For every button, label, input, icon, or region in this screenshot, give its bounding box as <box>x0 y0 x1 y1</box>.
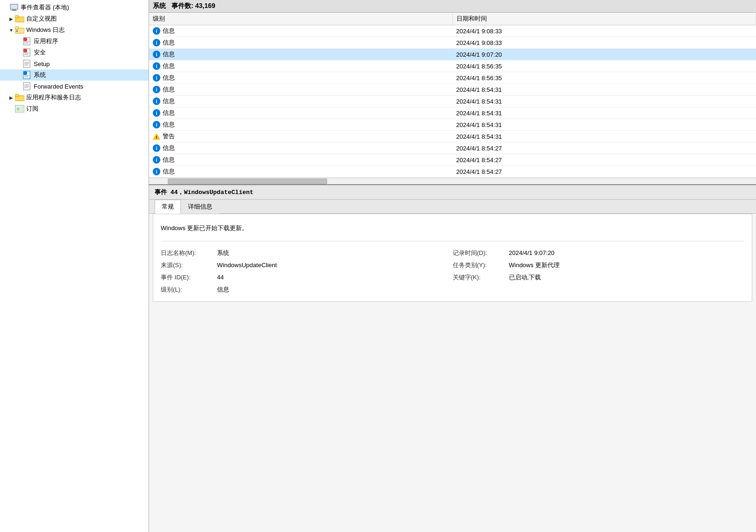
detail-field-row: 事件 ID(E):44 <box>161 271 453 284</box>
table-row[interactable]: i信息2024/4/1 8:56:35 <box>149 60 756 72</box>
tab-general[interactable]: 常规 <box>155 200 181 214</box>
detail-field-label: 日志名称(M): <box>161 249 217 257</box>
event-level-cell: i信息 <box>149 154 452 166</box>
sidebar-item-custom-view[interactable]: ▶ 自定义视图 <box>0 13 149 24</box>
sidebar-item-windows-log[interactable]: ▼ ≡ Windows 日志 <box>0 24 149 36</box>
event-datetime-cell: 2024/4/1 8:54:27 <box>452 142 756 154</box>
event-datetime-cell: 2024/4/1 8:54:31 <box>452 96 756 107</box>
table-row[interactable]: i信息2024/4/1 8:56:35 <box>149 72 756 84</box>
panel-header: 系统 事件数: 43,169 <box>149 0 756 13</box>
detail-field-label: 记录时间(D): <box>453 249 509 257</box>
table-row[interactable]: i信息2024/4/1 9:08:33 <box>149 25 756 37</box>
info-icon: i <box>153 62 160 70</box>
event-datetime-cell: 2024/4/1 8:54:27 <box>452 154 756 166</box>
arrow-right-2: ▶ <box>7 95 15 100</box>
event-datetime-cell: 2024/4/1 8:54:31 <box>452 107 756 119</box>
event-level-text: 警告 <box>163 132 175 141</box>
event-datetime-cell: 2024/4/1 8:54:31 <box>452 84 756 96</box>
table-row[interactable]: i信息2024/4/1 8:54:27 <box>149 166 756 178</box>
event-level-text: 信息 <box>163 144 175 152</box>
table-row[interactable]: i信息2024/4/1 8:54:31 <box>149 84 756 96</box>
info-icon: i <box>153 168 160 175</box>
event-level-cell: i信息 <box>149 107 452 119</box>
col-level-header[interactable]: 级别 <box>149 13 452 25</box>
svg-rect-2 <box>11 10 17 11</box>
info-icon: i <box>153 27 160 35</box>
event-level-cell: i信息 <box>149 142 452 154</box>
detail-field-value: 已启动,下载 <box>509 273 541 282</box>
event-level-cell: i信息 <box>149 84 452 96</box>
event-level-text: 信息 <box>163 62 175 70</box>
detail-fields: 日志名称(M):系统来源(S):WindowsUpdateClient事件 ID… <box>161 247 744 296</box>
table-row[interactable]: i信息2024/4/1 8:54:31 <box>149 107 756 119</box>
event-list-scroll[interactable]: 级别 日期和时间 i信息2024/4/1 9:08:33i信息2024/4/1 … <box>149 13 756 178</box>
sidebar-item-security-log[interactable]: 安全 <box>0 47 149 58</box>
svg-rect-30 <box>15 105 24 112</box>
info-icon: i <box>153 86 160 93</box>
detail-field-row: 关键字(K):已启动,下载 <box>453 271 745 284</box>
sidebar-setup-log-label: Setup <box>34 60 50 67</box>
sidebar-item-forwarded-events[interactable]: Forwarded Events <box>0 81 149 92</box>
event-level-cell: i信息 <box>149 25 452 37</box>
detail-tabs: 常规 详细信息 <box>149 200 756 214</box>
system-log-icon <box>22 71 32 79</box>
sidebar: 事件查看器 (本地) ▶ 自定义视图 ▼ ≡ Windows 日志 <box>0 0 149 532</box>
tab-detail[interactable]: 详细信息 <box>181 200 219 214</box>
detail-field-value: WindowsUpdateClient <box>217 262 277 269</box>
table-row[interactable]: i信息2024/4/1 8:54:31 <box>149 119 756 131</box>
detail-field-row: 级别(L):信息 <box>161 284 453 296</box>
event-level-cell: i信息 <box>149 119 452 131</box>
event-datetime-cell: 2024/4/1 8:54:31 <box>452 131 756 142</box>
event-datetime-cell: 2024/4/1 9:08:33 <box>452 25 756 37</box>
detail-field-value: 系统 <box>217 249 229 257</box>
sidebar-item-subscribe[interactable]: ≡ 订阅 <box>0 103 149 114</box>
event-level-text: 信息 <box>163 50 175 59</box>
svg-rect-1 <box>12 9 16 10</box>
sidebar-subscribe-label: 订阅 <box>26 105 38 113</box>
event-level-text: 信息 <box>163 156 175 164</box>
arrow-down-icon: ▼ <box>7 28 15 33</box>
event-level-text: 信息 <box>163 109 175 117</box>
event-level-cell: i信息 <box>149 60 452 72</box>
detail-field-label: 来源(S): <box>161 261 217 270</box>
computer-icon <box>9 3 19 12</box>
sidebar-item-setup-log[interactable]: Setup <box>0 58 149 69</box>
detail-field-value: 44 <box>217 274 224 281</box>
subscribe-icon: ≡ <box>15 105 24 113</box>
info-icon: i <box>153 121 160 128</box>
event-level-cell: i信息 <box>149 37 452 49</box>
table-row[interactable]: i信息2024/4/1 9:07:20 <box>149 49 756 60</box>
sidebar-root-label: 事件查看器 (本地) <box>21 3 69 12</box>
event-level-cell: i信息 <box>149 72 452 84</box>
event-level-cell: i信息 <box>149 166 452 178</box>
sidebar-item-root[interactable]: 事件查看器 (本地) <box>0 2 149 13</box>
svg-rect-0 <box>10 4 18 9</box>
sidebar-item-apps-services[interactable]: ▶ 应用程序和服务日志 <box>0 92 149 103</box>
table-row[interactable]: !警告2024/4/1 8:54:31 <box>149 131 756 142</box>
col-datetime-header[interactable]: 日期和时间 <box>452 13 756 25</box>
sidebar-custom-view-label: 自定义视图 <box>26 15 57 23</box>
info-icon: i <box>153 156 160 164</box>
horizontal-scrollbar[interactable] <box>149 178 756 184</box>
sidebar-item-system-log[interactable]: 系统 <box>0 69 149 81</box>
apps-services-icon <box>15 93 24 102</box>
event-detail-panel: 事件 44，WindowsUpdateClient 常规 详细信息 Window… <box>149 185 756 532</box>
table-row[interactable]: i信息2024/4/1 9:08:33 <box>149 37 756 49</box>
sidebar-apps-services-label: 应用程序和服务日志 <box>26 93 81 102</box>
sidebar-item-app-log[interactable]: 应用程序 <box>0 36 149 47</box>
table-row[interactable]: i信息2024/4/1 8:54:27 <box>149 154 756 166</box>
detail-field-value: 2024/4/1 9:07:20 <box>509 249 555 256</box>
warn-icon: ! <box>153 133 160 140</box>
event-level-cell: !警告 <box>149 131 452 142</box>
main-panel: 系统 事件数: 43,169 级别 日期和时间 i信息2024/4/1 9:08… <box>149 0 756 532</box>
table-row[interactable]: i信息2024/4/1 8:54:27 <box>149 142 756 154</box>
sidebar-forwarded-label: Forwarded Events <box>34 83 83 90</box>
svg-text:≡: ≡ <box>17 106 20 112</box>
scrollbar-thumb[interactable] <box>168 179 327 184</box>
svg-point-9 <box>23 37 27 41</box>
event-level-text: 信息 <box>163 120 175 129</box>
event-level-cell: i信息 <box>149 49 452 60</box>
svg-text:≡: ≡ <box>16 29 18 33</box>
table-row[interactable]: i信息2024/4/1 8:54:31 <box>149 96 756 107</box>
detail-field-value: 信息 <box>217 285 229 294</box>
